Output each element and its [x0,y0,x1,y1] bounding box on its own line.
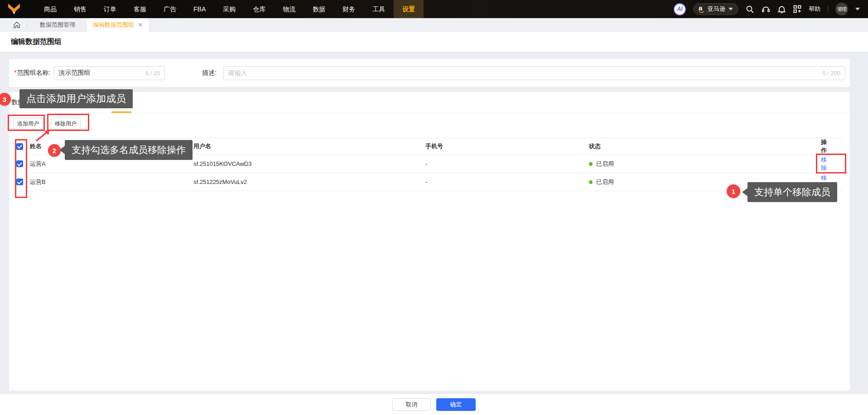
amazon-icon: a [699,5,704,13]
desc-field-label: 描述: [202,69,217,77]
scope-group-name-input[interactable] [58,69,141,77]
annotation-tooltip-3: 点击添加用户添加成员 [19,89,133,108]
scope-group-name-field: 5 / 20 [53,66,165,80]
name-char-counter: 5 / 20 [145,70,160,77]
menu-item-warehouse[interactable]: 仓库 [244,0,274,18]
menu-item-orders[interactable]: 订单 [95,0,125,18]
navbar-divider [828,5,828,13]
help-link[interactable]: 帮助 [809,5,820,13]
marketplace-selector[interactable]: a 亚马逊 [693,3,738,15]
menu-item-logistics[interactable]: 物流 [274,0,304,18]
col-header-status: 状态 [589,142,821,150]
notification-bell-icon[interactable] [777,5,786,14]
confirm-button[interactable]: 确定 [436,398,476,411]
annotation-tooltip-1: 支持单个移除成员 [747,182,837,202]
search-icon[interactable] [746,5,754,14]
annotation-arrow [32,127,53,143]
tabbar-divider [27,22,27,28]
tab-edit-data-scope-group[interactable]: 编辑数据范围组 ✕ [87,18,149,32]
cell-name: 运营B [30,178,193,186]
footer-action-bar: 取消 确定 [0,394,868,415]
account-chevron-down-icon[interactable] [855,8,860,10]
menu-item-data[interactable]: 数据 [304,0,334,18]
close-icon[interactable]: ✕ [138,22,143,28]
desc-char-counter: 0 / 200 [822,70,840,77]
name-field-label: *范围组名称: [14,69,50,77]
menu-item-service[interactable]: 客服 [125,0,155,18]
chevron-down-icon [728,8,733,10]
cancel-button[interactable]: 取消 [392,398,431,411]
menu-item-settings[interactable]: 设置 [394,0,424,18]
col-header-username: 用户名 [193,142,425,150]
menu-item-fba[interactable]: FBA [185,0,214,18]
annotation-tooltip-2: 支持勾选多名成员移除操作 [65,140,193,160]
cell-phone: - [425,179,589,185]
description-input[interactable] [228,69,819,77]
page-title: 编辑数据范围组 [11,37,62,47]
page-tabbar: 数据范围管理 编辑数据范围组 ✕ [0,18,868,32]
menu-item-sales[interactable]: 销售 [65,0,95,18]
form-card: *范围组名称: 5 / 20 描述: 0 / 200 [9,59,850,87]
cell-username: sf.251225zMoVuLv2 [193,179,425,185]
status-enabled-dot [589,162,593,166]
menu-item-tools[interactable]: 工具 [364,0,394,18]
menu-item-products[interactable]: 商品 [35,0,65,18]
menu-item-finance[interactable]: 财务 [334,0,364,18]
cell-phone: - [425,160,589,167]
cell-status: 已启用 [589,160,821,168]
main-menu: 商品 销售 订单 客服 广告 FBA 采购 仓库 物流 数据 财务 工具 设置 [35,0,424,18]
members-panel-card: 数据权限 添加用户 移除用户 姓名 用户名 手机号 状态 操作 运营A sf.2… [9,92,850,391]
navbar-right-cluster: AI a 亚马逊 帮助 管理 [674,0,868,18]
account-avatar[interactable]: 管理 [835,3,848,15]
apps-grid-icon[interactable] [793,5,801,13]
col-header-action: 操作 [821,138,847,154]
status-enabled-dot [589,180,593,184]
cell-name: 运营A [30,160,193,168]
tab-data-scope-management[interactable]: 数据范围管理 [34,21,82,29]
menu-item-purchase[interactable]: 采购 [214,0,244,18]
table-row: 运营B sf.251225zMoVuLv2 - 已启用 移除 [16,173,843,191]
annotation-number-1: 1 [727,184,740,198]
cell-username: sf.251015KOVCAwD3 [193,160,425,167]
col-header-phone: 手机号 [425,142,589,150]
title-bar: 编辑数据范围组 [0,32,868,52]
annotation-tooltip-1-arrow [742,188,747,196]
annotation-number-2: 2 [48,144,61,157]
marketplace-label: 亚马逊 [708,5,725,13]
required-mark: * [14,69,16,76]
top-navbar: 商品 销售 订单 客服 广告 FBA 采购 仓库 物流 数据 财务 工具 设置 … [0,0,868,18]
annotation-box-checkbox-column [15,139,27,198]
headset-support-icon[interactable] [762,5,770,14]
app-logo-icon[interactable] [7,3,23,15]
menu-item-ads[interactable]: 广告 [155,0,185,18]
panel-tabs-divider [9,113,850,113]
description-field: 0 / 200 [223,66,845,80]
home-icon[interactable] [13,21,20,29]
annotation-box-remove-link [816,154,846,174]
active-tab-label: 编辑数据范围组 [93,21,134,29]
ai-assistant-button[interactable]: AI [674,3,686,15]
